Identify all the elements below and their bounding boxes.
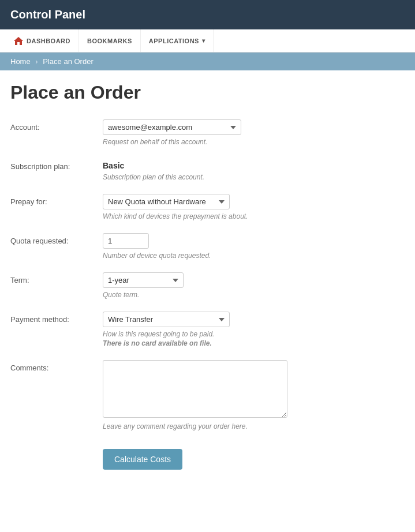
payment-select[interactable]: Wire Transfer: [103, 312, 230, 327]
prepay-hint: Which kind of devices the prepayment is …: [103, 212, 405, 220]
breadcrumb-separator: ›: [35, 57, 38, 66]
quota-hint: Number of device quota requested.: [103, 252, 405, 260]
calculate-costs-button[interactable]: Calculate Costs: [103, 449, 182, 470]
page-title: Place an Order: [10, 82, 405, 103]
payment-hint: How is this request going to be paid.: [103, 330, 405, 338]
navbar: DASHBOARD BOOKMARKS APPLICATIONS ▾: [0, 29, 415, 53]
quota-input[interactable]: [103, 233, 149, 249]
comments-label: Comments:: [10, 360, 103, 372]
order-form: Account: awesome@example.com Request on …: [10, 119, 405, 470]
submit-field: Calculate Costs: [103, 443, 405, 470]
account-label: Account:: [10, 119, 103, 132]
term-row: Term: 1-year Quote term.: [10, 272, 405, 299]
nav-applications[interactable]: APPLICATIONS ▾: [141, 29, 214, 52]
subscription-row: Subscription plan: Basic Subscription pl…: [10, 159, 405, 181]
payment-field: Wire Transfer How is this request going …: [103, 312, 405, 347]
quota-row: Quota requested: Number of device quota …: [10, 233, 405, 260]
quota-label: Quota requested:: [10, 233, 103, 245]
home-icon: [14, 37, 23, 45]
prepay-label: Prepay for:: [10, 194, 103, 206]
nav-dashboard[interactable]: DASHBOARD: [6, 29, 79, 52]
subscription-hint: Subscription plan of this account.: [103, 173, 405, 181]
term-field: 1-year Quote term.: [103, 272, 405, 299]
comments-field: Leave any comment regarding your order h…: [103, 360, 405, 430]
chevron-down-icon: ▾: [202, 38, 205, 44]
subscription-label: Subscription plan:: [10, 159, 103, 171]
term-hint: Quote term.: [103, 291, 405, 299]
nav-applications-label: APPLICATIONS: [149, 38, 199, 44]
account-hint: Request on behalf of this account.: [103, 138, 405, 146]
prepay-field: New Quota without Hardware Which kind of…: [103, 194, 405, 220]
payment-label: Payment method:: [10, 312, 103, 324]
quota-field: Number of device quota requested.: [103, 233, 405, 260]
payment-row: Payment method: Wire Transfer How is thi…: [10, 312, 405, 347]
nav-bookmarks[interactable]: BOOKMARKS: [79, 29, 141, 52]
term-label: Term:: [10, 272, 103, 284]
nav-dashboard-label: DASHBOARD: [27, 38, 70, 44]
submit-row: Calculate Costs: [10, 443, 405, 470]
comments-hint: Leave any comment regarding your order h…: [103, 422, 405, 430]
breadcrumb-current: Place an Order: [43, 57, 93, 66]
prepay-select[interactable]: New Quota without Hardware: [103, 194, 230, 209]
account-select[interactable]: awesome@example.com: [103, 119, 241, 135]
comments-textarea[interactable]: [103, 360, 287, 418]
submit-spacer: [10, 443, 103, 447]
header-title: Control Panel: [10, 8, 85, 21]
nav-bookmarks-label: BOOKMARKS: [87, 38, 132, 44]
payment-hint2: There is no card available on file.: [103, 339, 405, 347]
prepay-row: Prepay for: New Quota without Hardware W…: [10, 194, 405, 220]
subscription-value: Basic: [103, 159, 405, 170]
account-row: Account: awesome@example.com Request on …: [10, 119, 405, 146]
breadcrumb-home-link[interactable]: Home: [10, 57, 31, 66]
term-select[interactable]: 1-year: [103, 272, 184, 288]
page-content: Place an Order Account: awesome@example.…: [0, 70, 415, 505]
subscription-field: Basic Subscription plan of this account.: [103, 159, 405, 181]
page-header: Control Panel: [0, 0, 415, 29]
account-field: awesome@example.com Request on behalf of…: [103, 119, 405, 146]
comments-row: Comments: Leave any comment regarding yo…: [10, 360, 405, 430]
breadcrumb: Home › Place an Order: [0, 53, 415, 70]
